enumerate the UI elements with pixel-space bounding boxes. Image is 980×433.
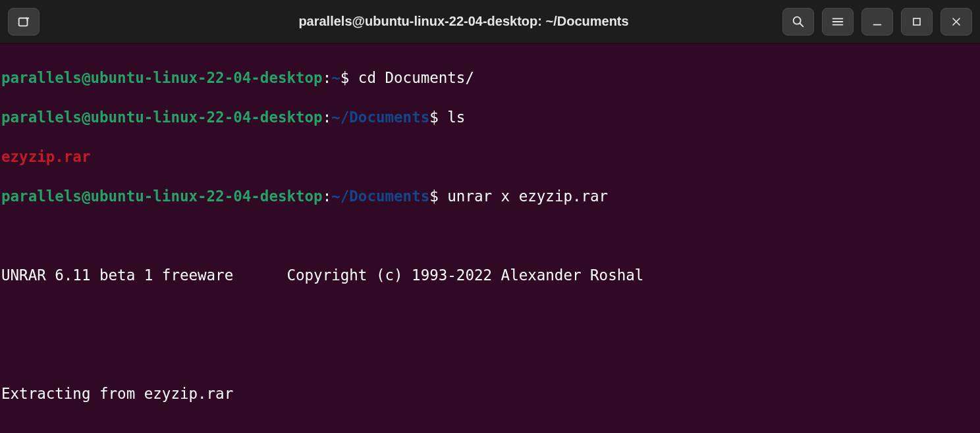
prompt-colon: : [323,69,332,86]
prompt-path: ~ [331,69,340,86]
prompt-colon: : [323,109,332,126]
close-button[interactable] [940,8,972,36]
hamburger-icon [830,14,845,29]
extract-from: Extracting from ezyzip.rar [1,384,979,403]
svg-rect-2 [913,18,920,25]
titlebar-left [8,8,179,36]
terminal-line: parallels@ubuntu-linux-22-04-desktop:~/D… [1,107,979,127]
maximize-button[interactable] [901,8,933,36]
command-text: ls [447,109,465,126]
terminal-line: parallels@ubuntu-linux-22-04-desktop:~$ … [1,68,979,88]
svg-point-1 [794,16,801,24]
prompt-dollar: $ [429,188,447,205]
terminal-line: ezyzip.rar [1,147,979,166]
terminal-line: parallels@ubuntu-linux-22-04-desktop:~/D… [1,186,979,206]
close-icon [950,15,963,28]
titlebar-right [748,8,972,36]
minimize-button[interactable] [861,8,893,36]
minimize-icon [870,14,885,29]
prompt-path: ~/Documents [331,109,429,126]
terminal-line [1,344,979,364]
unrar-banner: UNRAR 6.11 beta 1 freeware Copyright (c)… [1,265,979,285]
svg-rect-0 [19,18,28,26]
command-text: cd Documents/ [358,69,474,86]
prompt-dollar: $ [340,69,358,86]
search-icon [791,14,805,29]
maximize-icon [910,15,923,28]
prompt-user: parallels@ubuntu-linux-22-04-desktop [1,109,323,126]
ls-output-file: ezyzip.rar [1,148,90,165]
search-button[interactable] [782,8,814,36]
menu-button[interactable] [822,8,854,36]
prompt-user: parallels@ubuntu-linux-22-04-desktop [1,69,323,86]
new-tab-button[interactable] [8,8,40,36]
terminal-line [1,305,979,324]
terminal-line [1,423,979,433]
prompt-user: parallels@ubuntu-linux-22-04-desktop [1,188,323,205]
terminal-line [1,226,979,245]
window-title: parallels@ubuntu-linux-22-04-desktop: ~/… [179,14,748,29]
new-tab-icon [16,14,31,29]
command-text: unrar x ezyzip.rar [447,188,608,205]
titlebar: parallels@ubuntu-linux-22-04-desktop: ~/… [0,0,980,43]
prompt-dollar: $ [429,109,447,126]
prompt-path: ~/Documents [331,188,429,205]
prompt-colon: : [323,188,332,205]
terminal-output[interactable]: parallels@ubuntu-linux-22-04-desktop:~$ … [0,43,980,433]
